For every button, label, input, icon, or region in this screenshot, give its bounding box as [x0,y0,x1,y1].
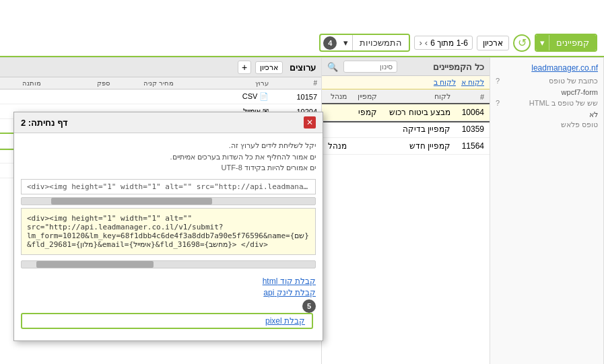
row-manager [322,121,352,138]
leads-col-channel: ערוץ [178,77,273,89]
row-client: קמפיין חדש [382,138,455,155]
col-client: לקוח [382,89,455,104]
row-campaign [352,138,383,155]
leads-title: ערוצים [290,63,316,73]
modal-code-block[interactable]: <div><img height="1" width="1" alt="" sr… [21,208,316,255]
row-id: 11564 [456,138,490,155]
search-icon[interactable]: 🔍 [327,62,338,72]
row-id: 10064 [456,104,490,121]
pagination-text: 1-6 מתוך 6 [430,38,468,48]
row-client: קמפיין בדיקה [382,121,455,138]
search-input[interactable] [343,61,397,73]
site-link[interactable]: leadmanager.co.nf [496,63,598,73]
table-row[interactable]: 11564 קמפיין חדש מנהל [322,138,490,155]
row-campaign [352,121,383,138]
modal-title: דף נחיתה: 2 [21,118,67,128]
modal-links: קבלת קוד html קבלת לינק api 5 קבלת pixel [21,274,316,334]
form-label: כתובת של טופס [549,77,598,85]
help-icon-form[interactable]: ? [496,77,500,85]
lead-cond [0,89,45,104]
code-preview: <div><img height="1" width="1" alt="" sr… [21,179,316,194]
row-client: מבצע ביטוח רכוש [382,104,455,121]
leads-col-price: מחיר קניה [114,77,178,89]
leads-archive-btn[interactable]: ארכיון [255,61,283,74]
flash-label: שש של טופס ב HTML [529,99,598,108]
leads-col-supplier: ספק [45,77,113,89]
modal-description: יקל לשליחת לידים לערוץ זה. ים אמור להחלי… [21,140,316,174]
campaigns-title: כל הקמפיינים [433,62,484,72]
leads-col-cond: מותנה [0,77,45,89]
pixel-modal: ✕ דף נחיתה: 2 יקל לשליחת לידים לערוץ זה.… [13,112,323,341]
table-row[interactable]: 10359 קמפיין בדיקה [322,121,490,138]
link-pixel-btn[interactable]: קבלת pixel [21,313,313,329]
campaigns-button[interactable]: קמפיינים [549,35,596,50]
filter-b[interactable]: לקוח ב [434,78,456,87]
refresh-button[interactable]: ↺ [513,34,531,52]
row-id: 10359 [456,121,490,138]
col-hash: # [456,89,490,104]
flash-value: לא [496,110,598,119]
leads-row[interactable]: 10157 📄 CSV [0,89,321,104]
form-value: wpcf7-form [496,88,598,96]
continuations-button[interactable]: התמשכויות [353,35,409,50]
lead-id: 10157 [273,89,321,104]
leads-add-btn[interactable]: + [238,61,251,74]
badge-4: 4 [323,36,337,50]
lead-price [114,89,178,104]
nav-next-button[interactable]: › [425,38,428,48]
modal-scrollbar-2[interactable] [21,260,316,268]
leads-col-hash: # [273,77,321,89]
row-manager: מנהל [322,138,352,155]
badge-5: 5 [302,299,316,313]
lead-supplier [45,89,113,104]
row-manager [322,104,352,121]
link-api[interactable]: קבלת לינק api [21,288,316,297]
col-manager: מנהל [322,89,352,104]
lead-channel: 📄 CSV [178,89,273,104]
help-icon-flash[interactable]: ? [496,99,500,108]
nav-prev-button[interactable]: ‹ [419,38,422,48]
table-row[interactable]: 10064 מבצע ביטוח רכוש קמפי [322,104,490,121]
col-campaign: קמפיין [352,89,383,104]
link-html[interactable]: קבלת קוד html [21,277,316,286]
modal-close-button[interactable]: ✕ [304,116,316,129]
archive-button[interactable]: ארכיון [477,36,509,50]
continuations-dropdown[interactable]: ▾ [339,35,353,50]
flash-note: טופס פלאש [496,120,598,129]
filter-a[interactable]: לקוח א [461,78,484,87]
modal-scrollbar[interactable] [21,197,316,205]
campaigns-dropdown[interactable]: ▾ [536,35,549,50]
row-campaign: קמפי [352,104,383,121]
